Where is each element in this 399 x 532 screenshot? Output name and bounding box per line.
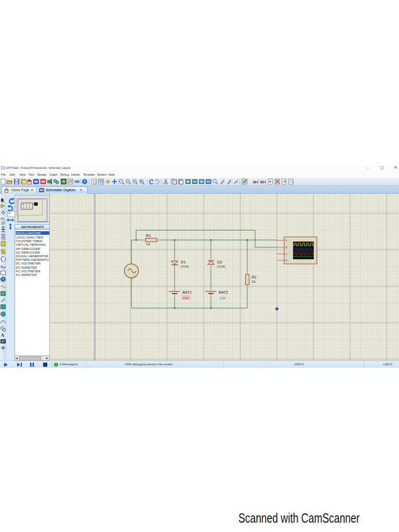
svg-text:?: ? <box>84 180 86 183</box>
svg-text:M√: M√ <box>253 180 259 184</box>
svg-text:C: C <box>286 252 288 256</box>
svg-text:1.5V: 1.5V <box>182 297 189 300</box>
svg-text:R1: R1 <box>146 233 151 238</box>
svg-text:BAT1: BAT1 <box>182 290 192 295</box>
svg-text:DIODE: DIODE <box>217 265 225 268</box>
svg-text:BAT2: BAT2 <box>219 290 228 295</box>
svg-text:D1: D1 <box>181 260 186 264</box>
svg-text:10k: 10k <box>146 243 151 246</box>
svg-text:DIODE: DIODE <box>181 265 189 268</box>
svg-text:A: A <box>1 332 5 338</box>
svg-text:M×: M× <box>260 180 267 184</box>
svg-text:D: D <box>286 259 288 262</box>
svg-text:R2: R2 <box>251 275 257 280</box>
svg-text:10k: 10k <box>251 280 256 283</box>
svg-text:D2: D2 <box>217 260 222 264</box>
svg-text:1.5V: 1.5V <box>220 297 226 300</box>
svg-text:LBL: LBL <box>1 218 5 220</box>
